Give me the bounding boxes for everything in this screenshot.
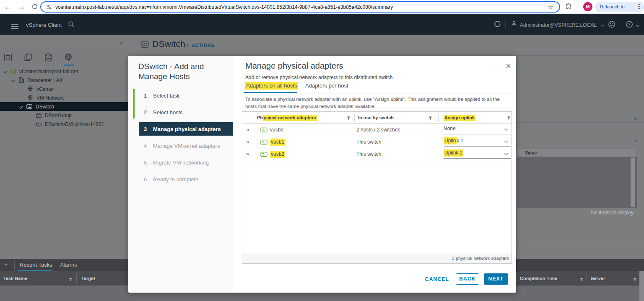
panel-collapse-chevron-icon[interactable]: [634, 116, 637, 120]
scrollbar[interactable]: [631, 158, 635, 207]
chevron-down-icon[interactable]: [19, 105, 23, 109]
step-number: 5: [139, 160, 153, 166]
tree-item-dswitch[interactable]: DSwitch: [0, 102, 138, 111]
tree-item-vcenter-server[interactable]: vCenter.matrixpost-lab.net: [0, 67, 138, 76]
assign-uplink-select[interactable]: None: [444, 126, 511, 134]
assign-uplink-cell: Uplink 2: [439, 148, 512, 160]
tree-item-label: DPortGroup: [45, 113, 72, 118]
panel-expand-chevron-icon[interactable]: [634, 140, 637, 143]
expand-row-icon[interactable]: »: [246, 126, 249, 133]
wizard-step-select-hosts[interactable]: 2 Select hosts: [139, 104, 233, 121]
browser-forward-button[interactable]: →: [17, 0, 26, 14]
next-button[interactable]: NEXT: [484, 273, 508, 285]
user-icon: [511, 21, 517, 29]
row-divider: [257, 126, 257, 134]
filter-icon[interactable]: [633, 276, 637, 283]
column-completion-time[interactable]: Completion Time: [520, 276, 557, 281]
tree-item-vm-network[interactable]: VM Network: [0, 93, 138, 102]
tab-alarms[interactable]: Alarms: [60, 262, 77, 268]
filter-icon[interactable]: [428, 116, 432, 121]
assign-uplink-select[interactable]: Uplink 2: [444, 150, 511, 159]
physical-adapters-table: Physical network adapters In use by swit…: [242, 111, 512, 264]
bookmark-star-icon[interactable]: ☆: [548, 3, 553, 11]
vsphere-header: vSphere Client Administrator@VSPHERE.LOC…: [0, 14, 644, 35]
dialog-title: Manage physical adapters: [245, 61, 343, 71]
chevron-down-icon: [636, 23, 639, 27]
uplink-value: k 1: [457, 138, 463, 144]
expand-row-icon[interactable]: »: [246, 151, 249, 157]
tree-item-label: vCenter.matrixpost-lab.net: [19, 69, 78, 75]
scrollbar[interactable]: [639, 271, 644, 301]
column-target[interactable]: Target: [81, 276, 95, 281]
actions-label: ACTIONS: [192, 43, 214, 48]
tab-hosts-and-clusters[interactable]: [3, 53, 13, 64]
back-button[interactable]: BACK: [456, 273, 479, 285]
column-in-use-by-switch[interactable]: In use by switch: [358, 115, 394, 120]
extensions-icon[interactable]: [565, 3, 572, 12]
actions-button[interactable]: ⋮ ACTIONS: [185, 43, 215, 48]
browser-reload-button[interactable]: [30, 0, 39, 14]
column-divider: [76, 273, 77, 283]
page-title: DSwitch: [152, 39, 185, 49]
wizard-step-manage-physical-adapters[interactable]: 3 Manage physical adapters: [139, 122, 233, 136]
expand-row-icon[interactable]: »: [246, 139, 249, 145]
browser-profile-avatar[interactable]: M: [583, 2, 592, 11]
tab-storage[interactable]: [44, 53, 53, 64]
feedback-smiley-icon[interactable]: [608, 21, 615, 30]
wizard-step-manage-vmkernel-adapters: 4 Manage VMkernel adapters: [139, 137, 233, 154]
column-divider: [354, 114, 355, 122]
column-task-name[interactable]: Task Name: [3, 276, 27, 281]
tab-vms-and-templates[interactable]: [23, 53, 33, 64]
tree-item-dportgroup[interactable]: DPortGroup: [0, 111, 138, 120]
tree-item-datacenter[interactable]: Datacenter LAX: [0, 76, 138, 85]
wizard-steps-panel: DSwitch - Add and Manage Hosts 1 Select …: [128, 56, 233, 293]
assign-uplink-select[interactable]: Uplink 1: [444, 138, 511, 147]
header-text: In use by switch: [358, 115, 394, 120]
help-menu[interactable]: ?: [626, 21, 639, 30]
hamburger-menu-icon[interactable]: [11, 23, 18, 30]
relaunch-to-update-button[interactable]: Relaunch to update: [595, 2, 644, 12]
wizard-title: DSwitch - Add and Manage Hosts: [138, 62, 224, 82]
filter-icon[interactable]: [347, 116, 351, 121]
address-bar[interactable]: vcenter.matrixpost-lab.net/ui/app/dvs;na…: [40, 1, 560, 13]
header-text-highlighted: Assign uplink: [444, 115, 475, 121]
browser-back-button[interactable]: ←: [3, 0, 13, 14]
url-text[interactable]: vcenter.matrixpost-lab.net/ui/app/dvs;na…: [55, 4, 545, 10]
tree-item-vcenter-network[interactable]: vCenter: [0, 85, 138, 93]
in-use-value: This switch: [356, 139, 381, 145]
adapter-name-text: vusb0: [270, 127, 283, 133]
network-icon: [28, 95, 33, 100]
tree-item-label: DSwitch: [36, 104, 54, 110]
filter-icon[interactable]: [580, 276, 584, 283]
chevron-down-icon[interactable]: [3, 69, 7, 74]
tree-item-dvuplinks[interactable]: DSwitch-DVUplinks-14001: [0, 120, 138, 129]
tab-adapters-per-host[interactable]: Adapters per host: [305, 82, 348, 89]
user-menu[interactable]: Administrator@VSPHERE.LOCAL: [520, 22, 604, 28]
tab-recent-tasks[interactable]: Recent Tasks: [20, 262, 52, 268]
attributes-empty-area: [517, 157, 637, 208]
step-number: 1: [139, 93, 153, 99]
filter-icon[interactable]: [507, 116, 511, 121]
filter-icon[interactable]: [69, 276, 73, 283]
tree-item-label: vCenter: [36, 86, 54, 92]
summary-panels: Value No items to display: [516, 56, 644, 259]
chevron-down-icon: [601, 23, 604, 26]
collapse-tasks-chevron-icon[interactable]: [5, 262, 8, 265]
column-assign-uplink[interactable]: Assign uplink: [444, 115, 475, 120]
chevron-down-icon[interactable]: [11, 78, 16, 82]
datacenter-icon: [19, 77, 24, 83]
tab-adapters-on-all-hosts[interactable]: Adapters on all hosts: [245, 82, 298, 89]
column-physical-network-adapters[interactable]: Physical network adapters: [257, 115, 317, 120]
close-icon[interactable]: ×: [506, 62, 511, 71]
wizard-step-select-task[interactable]: 1 Select task: [139, 87, 233, 104]
browser-menu-icon[interactable]: •••: [638, 3, 640, 10]
refresh-icon[interactable]: [494, 21, 501, 29]
column-server[interactable]: Server: [591, 276, 605, 281]
collapse-sidebar-icon[interactable]: [121, 39, 123, 46]
adapter-row: » vusb0 2 hosts / 2 switches None: [242, 124, 512, 136]
tab-networking[interactable]: [64, 53, 74, 66]
wizard-step-ready-to-complete: 6 Ready to complete: [139, 171, 233, 188]
search-icon[interactable]: [68, 21, 75, 30]
cancel-button[interactable]: CANCEL: [425, 276, 449, 282]
site-settings-icon[interactable]: [46, 4, 52, 10]
